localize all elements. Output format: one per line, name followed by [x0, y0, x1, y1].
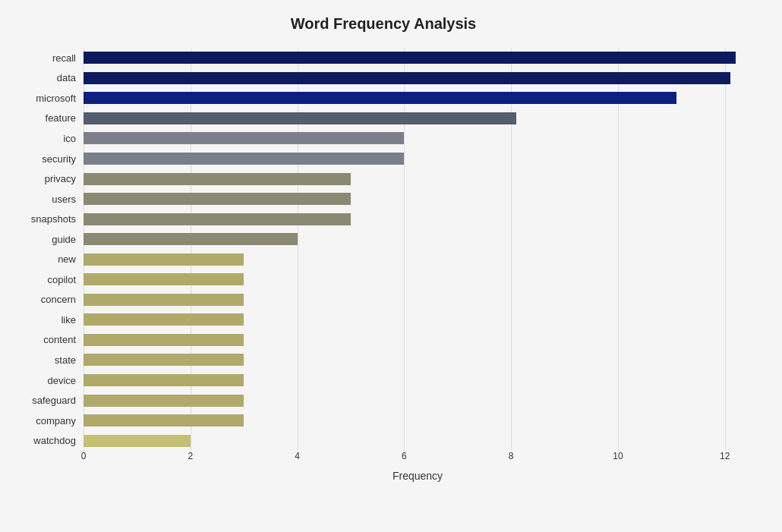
bar-data [84, 72, 730, 84]
bar-concern [84, 294, 244, 306]
y-label-security: security [42, 154, 76, 164]
y-label-state: state [55, 355, 76, 365]
x-tick-8: 8 [509, 451, 514, 461]
chart-container: Word Frequency Analysis recalldatamicros… [0, 0, 782, 532]
bar-state [84, 354, 244, 366]
bar-copilot [84, 273, 244, 285]
y-label-snapshots: snapshots [31, 214, 76, 224]
bar-row-device [84, 374, 752, 386]
y-label-microsoft: microsoft [36, 93, 76, 103]
y-label-guide: guide [52, 235, 76, 244]
bar-row-company [84, 414, 752, 427]
y-label-new: new [58, 254, 76, 264]
y-label-watchdog: watchdog [33, 436, 76, 445]
bar-row-safeguard [84, 395, 752, 407]
bar-microsoft [84, 92, 676, 104]
bar-like [84, 313, 244, 326]
bar-row-recall [84, 52, 752, 64]
bar-row-microsoft [84, 92, 752, 104]
y-label-device: device [47, 376, 76, 386]
y-label-concern: concern [41, 294, 76, 304]
bar-row-security [84, 153, 752, 165]
y-label-like: like [61, 315, 76, 325]
y-label-company: company [36, 416, 76, 426]
x-tick-0: 0 [81, 451, 87, 461]
bar-row-ico [84, 132, 752, 144]
y-label-privacy: privacy [45, 174, 76, 184]
bar-row-like [84, 313, 752, 326]
chart-title: Word Frequency Analysis [15, 15, 752, 33]
bar-row-users [84, 193, 752, 205]
x-tick-12: 12 [720, 451, 730, 461]
bars-area [84, 48, 752, 451]
y-label-content: content [43, 335, 76, 345]
x-axis: 024681012 Frequency [84, 451, 752, 489]
y-label-feature: feature [46, 113, 76, 123]
bar-users [84, 193, 351, 205]
bar-content [84, 334, 244, 346]
bar-row-snapshots [84, 213, 752, 225]
x-tick-4: 4 [295, 451, 300, 461]
bar-watchdog [84, 435, 191, 447]
bar-recall [84, 52, 736, 64]
bar-row-concern [84, 294, 752, 306]
bar-feature [84, 112, 516, 124]
bar-row-guide [84, 233, 752, 245]
y-label-ico: ico [63, 134, 76, 143]
y-axis-labels: recalldatamicrosoftfeatureicosecuritypri… [15, 48, 84, 451]
x-tick-6: 6 [402, 451, 407, 461]
bar-safeguard [84, 395, 244, 407]
bar-row-data [84, 72, 752, 84]
bar-row-privacy [84, 173, 752, 185]
bar-company [84, 414, 244, 427]
bar-guide [84, 233, 298, 245]
bar-ico [84, 132, 404, 144]
bar-security [84, 153, 404, 165]
y-label-users: users [52, 194, 76, 204]
x-axis-title: Frequency [84, 470, 752, 482]
bar-row-copilot [84, 273, 752, 285]
bar-row-watchdog [84, 435, 752, 447]
y-label-data: data [57, 73, 76, 83]
bar-row-content [84, 334, 752, 346]
bar-device [84, 374, 244, 386]
y-label-copilot: copilot [47, 275, 76, 285]
bar-privacy [84, 173, 351, 185]
bar-snapshots [84, 213, 351, 225]
x-tick-10: 10 [613, 451, 623, 461]
bar-row-state [84, 354, 752, 366]
bar-row-new [84, 253, 752, 266]
x-tick-2: 2 [188, 451, 193, 461]
y-label-safeguard: safeguard [32, 395, 76, 405]
bar-new [84, 253, 244, 266]
bar-row-feature [84, 112, 752, 124]
y-label-recall: recall [52, 53, 76, 63]
